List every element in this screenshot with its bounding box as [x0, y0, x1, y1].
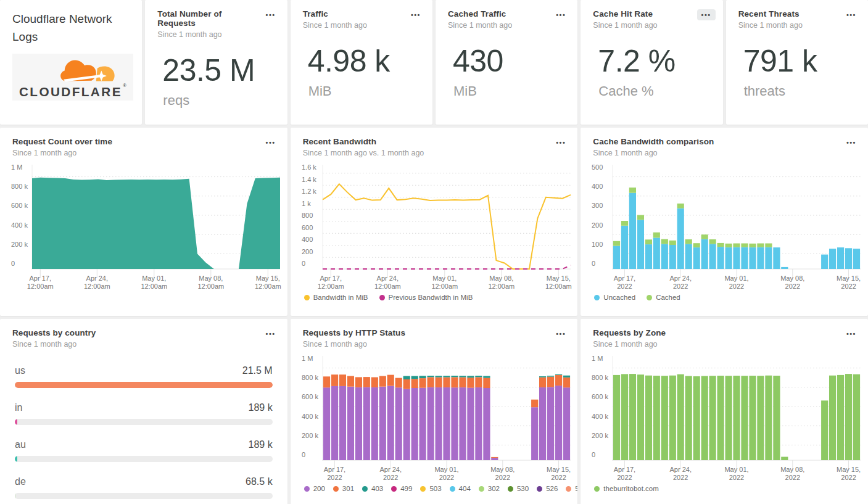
svg-text:May 08,: May 08, — [489, 275, 513, 282]
panel-requests-by-status: Requests by HTTP Status Since 1 month ag… — [291, 319, 578, 504]
legend-dot-icon — [594, 295, 600, 300]
svg-text:May 15,: May 15, — [256, 275, 280, 282]
legend-dot-icon — [304, 486, 310, 492]
ellipsis-icon: ••• — [556, 11, 566, 19]
legend-dot-icon — [508, 486, 513, 492]
ellipsis-icon: ••• — [846, 330, 856, 337]
zone-chart[interactable]: 1 M800 k600 k400 k200 k0Apr 17,2022Apr 2… — [581, 351, 868, 482]
stat-unit: MiB — [453, 83, 577, 99]
panel-title: Cache Hit Rate — [593, 9, 657, 19]
dashboard-title: Cloudflare Network Logs — [0, 0, 142, 46]
cloudflare-logo-wordmark: CLOUDFLARE — [19, 85, 122, 99]
panel-menu-button[interactable]: ••• — [407, 9, 425, 20]
cache-bandwidth-chart[interactable]: 5004003002001000Apr 17,2022Apr 24,2022Ma… — [581, 160, 868, 291]
legend-item: 200 — [304, 485, 325, 492]
panel-menu-button[interactable]: ••• — [262, 137, 280, 148]
country-bar-fill — [15, 419, 17, 425]
stat-unit: reqs — [163, 93, 287, 109]
svg-text:Apr 24,: Apr 24, — [670, 275, 692, 282]
country-bar-track — [15, 419, 273, 425]
svg-text:Apr 24,: Apr 24, — [86, 275, 108, 282]
svg-text:600 k: 600 k — [592, 393, 608, 400]
svg-text:1 M: 1 M — [302, 355, 313, 362]
country-value: 189 k — [249, 402, 273, 413]
stat-unit: threats — [744, 83, 868, 99]
svg-text:0: 0 — [302, 260, 305, 267]
panel-title: Cached Traffic — [448, 9, 512, 19]
request-count-chart[interactable]: 1 M800 k600 k400 k200 k0Apr 17,12:00amAp… — [0, 160, 287, 291]
panel-title: Requests by HTTP Status — [303, 328, 405, 337]
panel-title: Recent Bandwidth — [303, 137, 424, 146]
country-value: 21.5 M — [242, 365, 273, 376]
ellipsis-icon: ••• — [266, 11, 276, 19]
svg-text:1.6 k: 1.6 k — [302, 163, 316, 171]
panel-menu-button[interactable]: ••• — [262, 9, 280, 20]
panel-menu-button[interactable]: ••• — [552, 328, 570, 339]
stat-panel-cached-traffic: Cached Traffic Since 1 month ago ••• 430… — [436, 0, 577, 125]
panel-menu-button[interactable]: ••• — [552, 9, 570, 20]
svg-text:2022: 2022 — [729, 474, 744, 481]
ellipsis-icon: ••• — [556, 139, 566, 146]
panel-subtitle: Since 1 month ago — [303, 340, 405, 349]
panel-menu-button[interactable]: ••• — [552, 137, 570, 148]
http-status-chart[interactable]: 1 M800 k600 k400 k200 k0Apr 17,2022Apr 2… — [291, 351, 578, 482]
panel-subtitle: Since 1 month ago vs. 1 month ago — [303, 149, 424, 157]
panel-title: Requests by Zone — [593, 328, 666, 337]
legend-dot-icon — [566, 486, 571, 492]
svg-text:2022: 2022 — [618, 283, 632, 290]
svg-text:Apr 17,: Apr 17, — [320, 275, 341, 282]
legend-dot-icon — [391, 486, 397, 492]
legend-dot-icon — [333, 486, 339, 492]
country-row-us: us 21.5 M — [15, 365, 273, 388]
panel-subtitle: Since 1 month ago — [12, 149, 112, 157]
country-label: de — [15, 476, 26, 487]
panel-title: Traffic — [303, 9, 367, 19]
svg-text:May 01,: May 01, — [725, 275, 749, 282]
svg-text:2022: 2022 — [673, 474, 688, 481]
legend-item: Cached — [647, 294, 680, 301]
svg-text:May 08,: May 08, — [199, 275, 223, 282]
svg-text:200 k: 200 k — [302, 432, 318, 439]
panel-subtitle: Since 1 month ago — [593, 340, 666, 349]
legend-item: Previous Bandwidth in MiB — [379, 294, 473, 301]
svg-text:400 k: 400 k — [11, 221, 28, 229]
stat-value: 7.2 % — [598, 43, 722, 79]
panel-menu-button[interactable]: ••• — [842, 137, 861, 148]
svg-text:1.4 k: 1.4 k — [302, 176, 316, 183]
svg-text:1 k: 1 k — [302, 200, 311, 207]
stat-value: 791 k — [743, 43, 868, 79]
ellipsis-icon: ••• — [846, 139, 856, 146]
panel-title: Request Count over time — [12, 137, 112, 146]
svg-text:12:00am: 12:00am — [84, 283, 110, 290]
panel-subtitle: Since 1 month ago — [12, 340, 96, 349]
svg-text:0: 0 — [592, 260, 595, 267]
legend-item: 301 — [333, 485, 354, 492]
svg-text:Apr 24,: Apr 24, — [670, 466, 692, 473]
svg-text:12:00am: 12:00am — [141, 283, 167, 290]
svg-text:12:00am: 12:00am — [431, 283, 458, 290]
svg-text:Apr 17,: Apr 17, — [30, 275, 51, 282]
svg-text:May 01,: May 01, — [725, 466, 749, 473]
country-label: us — [15, 365, 25, 376]
country-label: au — [15, 439, 26, 450]
svg-text:2022: 2022 — [439, 474, 453, 481]
panel-menu-button[interactable]: ••• — [697, 9, 716, 20]
svg-text:2022: 2022 — [495, 474, 510, 481]
svg-text:2022: 2022 — [729, 283, 744, 290]
ellipsis-icon: ••• — [701, 11, 711, 19]
cache-bandwidth-legend: UncachedCached — [581, 294, 868, 301]
svg-text:Apr 17,: Apr 17, — [323, 466, 345, 473]
country-row-de: de 68.5 k — [15, 476, 273, 499]
panel-menu-button[interactable]: ••• — [262, 328, 280, 339]
bandwidth-chart[interactable]: 1.6 k1.4 k1.2 k1 k8006004002000Apr 17,12… — [291, 160, 578, 291]
svg-text:2022: 2022 — [841, 474, 856, 481]
legend-item: Bandwidth in MiB — [304, 294, 368, 301]
svg-text:Apr 24,: Apr 24, — [376, 275, 398, 282]
ellipsis-icon: ••• — [266, 330, 276, 337]
legend-item: 499 — [391, 485, 412, 492]
panel-menu-button[interactable]: ••• — [842, 328, 861, 339]
panel-menu-button[interactable]: ••• — [842, 9, 861, 20]
legend-item: 530 — [508, 485, 529, 492]
cloudflare-logo-image: CLOUDFLARE ® — [14, 56, 132, 99]
stat-panel-traffic: Traffic Since 1 month ago ••• 4.98 k MiB — [291, 0, 432, 125]
